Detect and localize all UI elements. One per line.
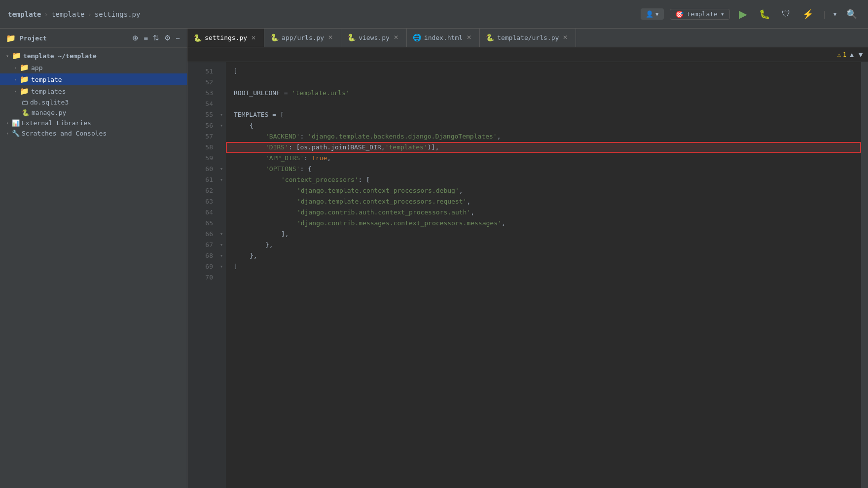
libs-icon: 📊 [12,119,20,127]
code-line[interactable]: { [226,120,861,131]
run-button[interactable]: ▶ [736,7,750,22]
add-file-button[interactable]: ⊕ [131,33,140,43]
sidebar-header: 📁 Project ⊕ ≡ ⇅ ⚙ − [0,29,187,48]
tab-close-button[interactable]: ✕ [466,34,472,41]
fold-marker[interactable]: ▾ [217,120,226,131]
search-button[interactable]: 🔍 [843,8,860,21]
warning-indicator[interactable]: ⚠ 1 ▲ ▼ [837,51,864,59]
tree-item-templates-dir[interactable]: › 📁 templates [0,85,187,97]
user-button[interactable]: 👤 ▾ [641,8,664,20]
tab-appurls[interactable]: 🐍 app/urls.py ✕ [264,29,341,47]
fold-marker[interactable]: ▾ [217,261,226,272]
tab-close-button[interactable]: ✕ [393,34,399,41]
code-line[interactable]: 'context_processors': [ [226,174,861,185]
breadcrumb-project[interactable]: template [8,10,41,18]
tree-item-template-root[interactable]: ▾ 📁 template ~/template [0,50,187,62]
code-line[interactable]: ], [226,229,861,240]
folder-icon: 📁 [6,34,16,43]
fold-marker[interactable]: ▾ [217,240,226,250]
code-editor: 5152535455565758596061626364656667686970… [187,62,868,488]
code-line[interactable]: ] [226,261,861,272]
run-config-dropdown-icon: ▾ [721,10,724,18]
dropdown-arrow[interactable]: ▾ [832,9,837,19]
coverage-button[interactable]: 🛡 [779,8,794,20]
tree-item-ext-libs[interactable]: › 📊 External Libraries [0,118,187,128]
line-number: 52 [191,77,213,88]
tree-item-template-dir[interactable]: › 📁 template [0,73,187,85]
fold-marker [217,153,226,164]
tab-icon: 🐍 [347,34,356,41]
tree-item-manage[interactable]: 🐍 manage.py [0,107,187,118]
fold-marker[interactable]: ▾ [217,250,226,261]
warning-up-button[interactable]: ▲ [848,51,855,59]
tab-close-button[interactable]: ✕ [562,34,569,41]
scrollbar[interactable] [861,62,868,488]
arrow-icon: › [14,89,17,94]
tree-item-scratches[interactable]: › 🔧 Scratches and Consoles [0,128,187,139]
sidebar: 📁 Project ⊕ ≡ ⇅ ⚙ − ▾ 📁 template ~/templ… [0,29,187,488]
debug-button[interactable]: 🐛 [756,8,773,21]
code-line[interactable]: 'django.template.context_processors.requ… [226,196,861,207]
tree-item-app[interactable]: › 📁 app [0,62,187,73]
tab-label: index.html [424,34,463,41]
expand-all-button[interactable]: ⇅ [152,33,160,43]
settings-button[interactable]: ⚙ [163,33,172,43]
code-line[interactable]: 'django.template.context_processors.debu… [226,185,861,196]
code-line[interactable]: 'django.contrib.auth.context_processors.… [226,207,861,218]
code-line[interactable]: 'DIRS': [os.path.join(BASE_DIR,'template… [226,142,861,153]
warning-down-button[interactable]: ▼ [857,51,864,59]
fold-marker [217,272,226,283]
line-number: 64 [191,207,213,218]
fold-marker[interactable]: ▾ [217,164,226,174]
fold-marker[interactable]: ▾ [217,109,226,120]
breadcrumb-file[interactable]: settings.py [95,10,141,18]
tab-settings[interactable]: 🐍 settings.py ✕ [187,29,264,47]
code-line[interactable]: }, [226,240,861,250]
code-line[interactable]: ROOT_URLCONF = 'template.urls' [226,88,861,99]
tab-close-button[interactable]: ✕ [250,35,257,41]
run-config-selector[interactable]: 🎯 template ▾ [670,9,729,20]
code-line[interactable]: }, [226,250,861,261]
tree-item-label: template ~/template [23,52,97,60]
arrow-icon: ▾ [6,53,9,59]
tree-item-label: Scratches and Consoles [22,130,107,137]
tree-item-label: templates [31,88,66,95]
code-line[interactable]: 'OPTIONS': { [226,164,861,174]
tab-views[interactable]: 🐍 views.py ✕ [341,29,407,47]
breadcrumb-sep2: › [87,10,91,18]
tree-item-db[interactable]: 🗃 db.sqlite3 [0,97,187,107]
code-line[interactable]: 'django.contrib.messages.context_process… [226,218,861,229]
collapse-all-button[interactable]: ≡ [143,33,149,43]
minimize-button[interactable]: − [175,33,181,43]
breadcrumb-template[interactable]: template [51,10,84,18]
warning-icon: ⚠ [837,51,841,58]
code-line[interactable]: 'APP_DIRS': True, [226,153,861,164]
line-number: 69 [191,261,213,272]
fold-marker[interactable]: ▾ [217,229,226,240]
tab-label: app/urls.py [282,34,324,41]
code-line[interactable] [226,272,861,283]
line-number: 67 [191,240,213,250]
line-number: 68 [191,250,213,261]
tab-templateurls[interactable]: 🐍 template/urls.py ✕ [480,29,576,47]
tab-index[interactable]: 🌐 index.html ✕ [407,29,480,47]
code-line[interactable] [226,77,861,88]
code-line[interactable]: 'BACKEND': 'django.template.backends.dja… [226,131,861,142]
warning-count: 1 [843,51,846,58]
fold-marker[interactable]: ▾ [217,174,226,185]
fold-marker [217,99,226,109]
fold-marker [217,131,226,142]
fold-marker [217,142,226,153]
profile-button[interactable]: ⚡ [799,8,816,21]
arrow-icon: › [14,65,17,70]
sidebar-icons: ⊕ ≡ ⇅ ⚙ − [131,33,181,43]
code-line[interactable]: TEMPLATES = [ [226,109,861,120]
fold-marker [217,218,226,229]
tab-close-button[interactable]: ✕ [327,34,334,41]
code-line[interactable] [226,99,861,109]
toolbar-sep: | [822,9,827,19]
folder-icon: 📁 [20,63,29,72]
code-content[interactable]: ] ROOT_URLCONF = 'template.urls' TEMPLAT… [226,62,861,488]
code-line[interactable]: ] [226,66,861,77]
tab-icon: 🌐 [413,34,421,41]
